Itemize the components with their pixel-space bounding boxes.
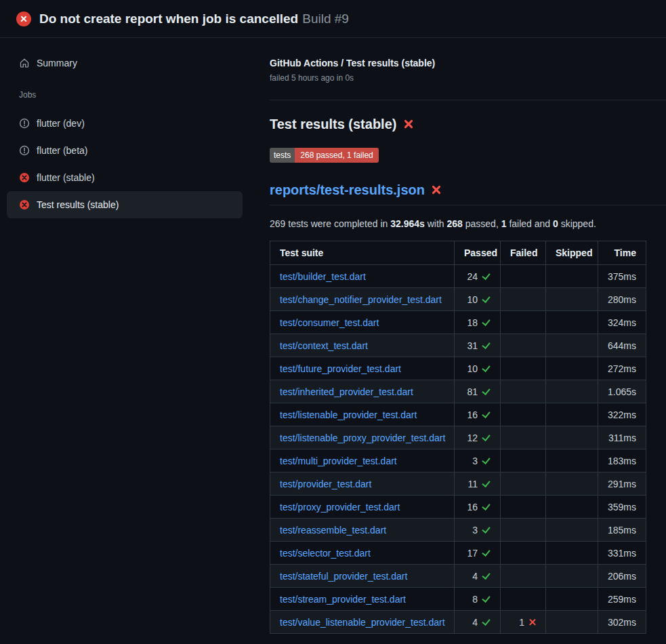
- table-row: test/future_provider_test.dart10272ms: [270, 357, 646, 380]
- test-suite-link[interactable]: test/listenable_provider_test.dart: [280, 409, 417, 420]
- report-file-link[interactable]: reports/test-results.json: [270, 181, 425, 199]
- cancelled-status-icon: [19, 145, 30, 156]
- passed-cell: 24: [455, 265, 501, 288]
- page-title: Do not create report when job is cancell…: [39, 12, 349, 26]
- suite-cell: test/builder_test.dart: [270, 265, 455, 288]
- test-suite-link[interactable]: test/builder_test.dart: [280, 271, 366, 282]
- time-cell: 375ms: [598, 265, 646, 288]
- test-suite-link[interactable]: test/inherited_provider_test.dart: [280, 386, 413, 397]
- test-suite-link[interactable]: test/stateful_provider_test.dart: [280, 571, 407, 582]
- test-suite-link[interactable]: test/value_listenable_provider_test.dart: [280, 617, 445, 628]
- passed-cell: 3: [455, 519, 501, 542]
- check-icon: [482, 410, 491, 419]
- sidebar-item-label: flutter (stable): [37, 172, 95, 183]
- section-title-text: Test results (stable): [270, 115, 396, 133]
- passed-cell: 4: [455, 611, 501, 634]
- failed-cell: [501, 472, 546, 496]
- passed-cell: 11: [455, 472, 501, 496]
- failed-cell: 1: [501, 611, 546, 634]
- sidebar-item-flutter-stable[interactable]: flutter (stable): [7, 164, 243, 191]
- sidebar-item-summary[interactable]: Summary: [7, 52, 243, 75]
- failed-x-icon: [432, 185, 442, 195]
- test-suite-link[interactable]: test/change_notifier_provider_test.dart: [280, 294, 442, 305]
- skipped-cell: [546, 611, 598, 634]
- suite-cell: test/provider_test.dart: [270, 472, 455, 496]
- sidebar-item-flutter-dev[interactable]: flutter (dev): [7, 110, 243, 137]
- skipped-cell: [546, 334, 598, 357]
- time-cell: 1.065s: [598, 380, 646, 403]
- passed-cell: 4: [455, 565, 501, 588]
- page-content: Summary Jobs flutter (dev) flutter (beta…: [0, 38, 666, 644]
- summary-text: skipped.: [558, 218, 596, 229]
- sidebar-item-flutter-beta[interactable]: flutter (beta): [7, 137, 243, 164]
- failed-cell: [501, 426, 546, 449]
- failed-cell: [501, 265, 546, 288]
- suite-cell: test/stateful_provider_test.dart: [270, 565, 455, 588]
- failed-status-icon: [19, 172, 30, 183]
- suite-cell: test/listenable_provider_test.dart: [270, 403, 455, 426]
- summary-text: with: [425, 218, 447, 229]
- sidebar-item-label: flutter (beta): [37, 145, 87, 156]
- check-icon: [482, 364, 491, 373]
- time-cell: 291ms: [598, 472, 646, 496]
- failed-status-circle-icon: [16, 12, 31, 26]
- check-icon: [482, 595, 491, 603]
- passed-cell: 18: [455, 311, 501, 334]
- summary-passed-count: 268: [447, 218, 463, 229]
- test-suite-link[interactable]: test/provider_test.dart: [280, 479, 371, 489]
- test-suite-link[interactable]: test/context_test.dart: [280, 340, 368, 351]
- suite-cell: test/change_notifier_provider_test.dart: [270, 288, 455, 311]
- failed-cell: [501, 357, 546, 380]
- suite-cell: test/selector_test.dart: [270, 542, 455, 565]
- build-title: Do not create report when job is cancell…: [39, 12, 298, 26]
- test-suite-link[interactable]: test/proxy_provider_test.dart: [280, 502, 400, 512]
- tests-summary: 269 tests were completed in 32.964s with…: [270, 218, 666, 230]
- test-suite-link[interactable]: test/multi_provider_test.dart: [280, 456, 397, 466]
- check-icon: [482, 618, 491, 626]
- time-cell: 359ms: [598, 496, 646, 519]
- check-icon: [482, 502, 491, 511]
- table-row: test/value_listenable_provider_test.dart…: [270, 611, 646, 634]
- table-row: test/listenable_proxy_provider_test.dart…: [270, 426, 646, 449]
- sidebar-item-label: Summary: [37, 58, 77, 68]
- jobs-list: flutter (dev) flutter (beta) flutter (st…: [7, 110, 243, 218]
- sidebar-item-test-results-stable[interactable]: Test results (stable): [7, 191, 243, 218]
- suite-cell: test/listenable_proxy_provider_test.dart: [270, 426, 455, 449]
- failed-cell: [501, 496, 546, 519]
- table-row: test/stream_provider_test.dart8259ms: [270, 588, 646, 611]
- column-header-skipped: Skipped: [546, 241, 598, 265]
- skipped-cell: [546, 357, 598, 380]
- skipped-cell: [546, 542, 598, 565]
- skipped-cell: [546, 426, 598, 449]
- build-number: Build #9: [302, 12, 349, 26]
- test-suite-link[interactable]: test/listenable_proxy_provider_test.dart: [280, 432, 445, 443]
- table-row: test/inherited_provider_test.dart811.065…: [270, 380, 646, 403]
- sidebar: Summary Jobs flutter (dev) flutter (beta…: [0, 38, 270, 644]
- skipped-cell: [546, 472, 598, 496]
- cancelled-status-icon: [19, 118, 30, 129]
- build-header: Do not create report when job is cancell…: [0, 0, 666, 38]
- skipped-cell: [546, 496, 598, 519]
- time-cell: 644ms: [598, 334, 646, 357]
- suite-cell: test/consumer_test.dart: [270, 311, 455, 334]
- test-suite-link[interactable]: test/future_provider_test.dart: [280, 363, 401, 374]
- suite-cell: test/inherited_provider_test.dart: [270, 380, 455, 403]
- test-suite-link[interactable]: test/stream_provider_test.dart: [280, 594, 406, 605]
- badge-value: 268 passed, 1 failed: [295, 148, 378, 163]
- summary-skipped-count: 0: [553, 218, 558, 229]
- passed-cell: 3: [455, 449, 501, 472]
- check-icon: [482, 318, 491, 327]
- summary-text: failed and: [507, 218, 554, 229]
- test-suite-link[interactable]: test/consumer_test.dart: [280, 317, 379, 328]
- main-panel: GitHub Actions / Test results (stable) f…: [270, 38, 666, 644]
- summary-text: 269 tests were completed in: [270, 218, 390, 229]
- table-row: test/listenable_provider_test.dart16322m…: [270, 403, 646, 426]
- test-suite-link[interactable]: test/selector_test.dart: [280, 548, 371, 559]
- time-cell: 302ms: [598, 611, 646, 634]
- column-header-test-suite: Test suite: [270, 241, 455, 265]
- check-icon: [482, 387, 491, 396]
- sidebar-item-label: Test results (stable): [37, 199, 119, 210]
- failed-cell: [501, 403, 546, 426]
- failed-status-icon: [19, 199, 30, 210]
- test-suite-link[interactable]: test/reassemble_test.dart: [280, 525, 386, 536]
